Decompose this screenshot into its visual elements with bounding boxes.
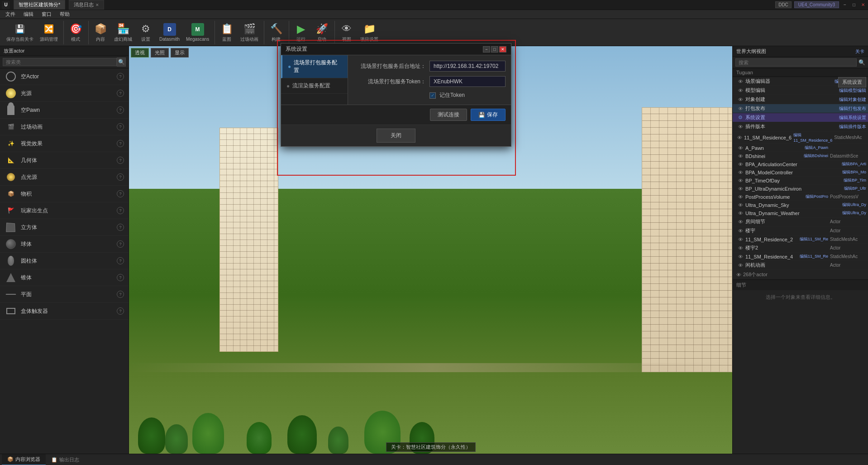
cone-help[interactable]: ? xyxy=(117,274,124,281)
toolbar-marketplace[interactable]: 🏪 虚幻商城 xyxy=(111,21,135,44)
eye-icon-sm6[interactable]: 👁 xyxy=(737,135,742,140)
scene-item-ultra-weather[interactable]: 👁 Ultra_Dynamic_Weather 编辑Ultra_Dy xyxy=(733,209,868,217)
scene-item-object-create[interactable]: 👁 对象创建 编辑对象创建 xyxy=(733,95,868,104)
eye-icon-bdshinei[interactable]: 👁 xyxy=(737,153,744,159)
display-button[interactable]: 显示 xyxy=(171,48,189,58)
sidebar-streaming-pack[interactable]: ● 流场景打包服务配置 xyxy=(281,55,348,78)
eye-icon-ultra-weather[interactable]: 👁 xyxy=(737,211,744,216)
actor-edit-apawn[interactable]: 编辑A_Pawn xyxy=(805,145,828,151)
outliner-search-input[interactable] xyxy=(735,58,857,67)
actor-edit-postprocess[interactable]: 编辑PostPro xyxy=(806,194,828,200)
vfx-help[interactable]: ? xyxy=(117,140,124,147)
eye-icon-sm4[interactable]: 👁 xyxy=(737,254,744,259)
eye-icon-plugin-version[interactable]: 👁 xyxy=(737,124,744,129)
minimize-button[interactable]: − xyxy=(842,2,848,8)
tab-console-close[interactable]: ✕ xyxy=(95,3,99,7)
cinematic-help[interactable]: ? xyxy=(117,123,124,130)
scene-item-idle-anim[interactable]: 👁 闲机动画 Actor xyxy=(733,261,868,270)
spawnpoint-help[interactable]: ? xyxy=(117,207,124,214)
empty-actor-help[interactable]: ? xyxy=(117,73,124,80)
eye-icon-object-create[interactable]: 👁 xyxy=(737,97,744,102)
placement-item-volume[interactable]: 📦 物积 ? xyxy=(0,186,129,202)
scene-item-plugin-version[interactable]: 👁 插件版本 编辑插件版本 xyxy=(733,122,868,131)
remember-token-checkbox[interactable] xyxy=(429,92,436,99)
eye-icon-bp-time[interactable]: 👁 xyxy=(737,178,744,183)
scene-item-bdshinei[interactable]: 👁 BDshinei 编辑BDshinei DatasmithSce xyxy=(733,152,868,160)
eye-icon-building[interactable]: 👁 xyxy=(737,228,744,234)
close-button[interactable]: 关闭 xyxy=(377,129,415,143)
tab-content-browser[interactable]: 📦 内容浏览器 xyxy=(2,454,46,465)
placement-item-cinematic[interactable]: 🎬 过场动画 ? xyxy=(0,119,129,135)
scene-item-bp-time[interactable]: 👁 BP_TimeOfDay 编辑BP_Tim xyxy=(733,177,868,185)
volume-help[interactable]: ? xyxy=(117,190,124,197)
scene-item-sm-residence6[interactable]: 👁 11_SM_Residence_6 编辑11_SM_Residence_6 … xyxy=(733,131,868,144)
menu-window[interactable]: 窗口 xyxy=(38,10,55,19)
test-connection-button[interactable]: 测试连接 xyxy=(430,109,467,121)
menu-file[interactable]: 文件 xyxy=(2,10,19,19)
eye-icon-idle-anim[interactable]: 👁 xyxy=(737,263,744,268)
lighting-button[interactable]: 光照 xyxy=(151,48,169,58)
toolbar-view[interactable]: 👁 视图 xyxy=(337,21,357,44)
toolbar-source-control[interactable]: 🔀 源码管理 xyxy=(37,21,61,44)
eye-icon-pack-publish[interactable]: 👁 xyxy=(737,106,744,111)
eye-icon-ultra-sky[interactable]: 👁 xyxy=(737,202,744,208)
eye-icon-room-detail[interactable]: 👁 xyxy=(737,219,744,225)
scene-item-room-detail[interactable]: 👁 房间细节 Actor xyxy=(733,217,868,226)
plane-help[interactable]: ? xyxy=(117,291,124,298)
server-address-input[interactable] xyxy=(429,61,506,72)
placement-item-light[interactable]: 光源 ? xyxy=(0,85,129,102)
actor-edit-bpa-artic[interactable]: 编辑BPA_Arti xyxy=(842,161,866,167)
tab-output-log[interactable]: 📋 输出日志 xyxy=(46,455,85,465)
actor-edit-ultra-weather[interactable]: 编辑Ultra_Dy xyxy=(842,210,866,216)
eye-icon-sm2[interactable]: 👁 xyxy=(737,237,744,242)
geometry-help[interactable]: ? xyxy=(117,157,124,164)
perspective-button[interactable]: 透视 xyxy=(131,48,149,58)
toolbar-project-settings[interactable]: 📁 项目设置 xyxy=(358,21,381,44)
sphere-help[interactable]: ? xyxy=(117,240,124,248)
eye-icon-scene-editor[interactable]: 👁 xyxy=(737,79,744,84)
eye-icon-building2[interactable]: 👁 xyxy=(737,245,744,251)
menu-edit[interactable]: 编辑 xyxy=(20,10,37,19)
tab-console[interactable]: 消息日志 ✕ xyxy=(69,0,104,10)
scene-edit-object-create[interactable]: 编辑对象创建 xyxy=(839,96,866,103)
maximize-button[interactable]: □ xyxy=(851,2,857,8)
scene-edit-model-edit[interactable]: 编辑模型编辑 xyxy=(839,87,866,94)
scene-item-bp-ultra[interactable]: 👁 BP_UltraDynamicEnviron 编辑BP_Ultr xyxy=(733,185,868,193)
scene-edit-sys-settings[interactable]: 编辑系统设置 xyxy=(839,115,866,121)
actor-edit-sm6[interactable]: 编辑11_SM_Residence_6 xyxy=(793,132,832,143)
toolbar-save-map[interactable]: 💾 保存当前关卡 xyxy=(4,21,36,44)
scene-edit-pack-publish[interactable]: 编辑打包发布 xyxy=(839,105,866,112)
eye-icon-postprocess[interactable]: 👁 xyxy=(737,194,744,200)
placement-item-trigger[interactable]: 盒体触发器 ? xyxy=(0,303,129,320)
toolbar-mode[interactable]: 🎯 模式 xyxy=(66,21,86,44)
scene-item-sm-residence2[interactable]: 👁 11_SM_Residence_2 编辑11_SM_Re StaticMes… xyxy=(733,235,868,244)
scene-item-sm-residence4[interactable]: 👁 11_SM_Residence_4 编辑11_SM_Re StaticMes… xyxy=(733,253,868,261)
toolbar-launch[interactable]: 🚀 启动 xyxy=(312,21,332,44)
actor-edit-bp-ultra[interactable]: 编辑BP_Ultr xyxy=(844,186,866,192)
actor-edit-ultra-sky[interactable]: 编辑Ultra_Dy xyxy=(842,202,866,208)
toolbar-datasmith[interactable]: D Datasmith xyxy=(157,21,182,43)
eye-icon-apawn[interactable]: 👁 xyxy=(737,145,744,151)
placement-item-pawn[interactable]: 空Pawn ? xyxy=(0,102,129,119)
placement-item-pointlight[interactable]: 点光源 ? xyxy=(0,169,129,186)
actor-edit-sm2[interactable]: 编辑11_SM_Re xyxy=(800,236,828,242)
close-button[interactable]: ✕ xyxy=(860,2,866,8)
scene-item-postprocess[interactable]: 👁 PostProcessVolume 编辑PostPro PostProces… xyxy=(733,193,868,201)
save-button[interactable]: 💾 保存 xyxy=(471,109,506,121)
eye-icon-bpa-model[interactable]: 👁 xyxy=(737,170,744,175)
scene-item-sys-settings[interactable]: ⚙ 系统设置 编辑系统设置 xyxy=(733,113,868,122)
eye-icon-bpa-artic[interactable]: 👁 xyxy=(737,162,744,167)
light-help[interactable]: ? xyxy=(117,90,124,97)
dialog-minimize-button[interactable]: − xyxy=(483,46,490,53)
toolbar-blueprint[interactable]: 📋 蓝图 xyxy=(217,21,237,44)
actor-edit-sm4[interactable]: 编辑11_SM_Re xyxy=(800,254,828,259)
dialog-maximize-button[interactable]: □ xyxy=(491,46,498,53)
scene-item-building[interactable]: 👁 楼宇 Actor xyxy=(733,226,868,235)
scene-item-pack-publish[interactable]: 👁 打包发布 编辑打包发布 xyxy=(733,104,868,113)
search-button[interactable]: 🔍 xyxy=(117,58,126,67)
toolbar-megascans[interactable]: M Megascans xyxy=(183,21,212,43)
actor-edit-bpa-model[interactable]: 编辑BPA_Mo xyxy=(842,169,866,175)
scene-item-bpa-model[interactable]: 👁 BPA_ModelController 编辑BPA_Mo xyxy=(733,168,868,177)
scene-edit-plugin-version[interactable]: 编辑插件版本 xyxy=(839,124,866,130)
trigger-help[interactable]: ? xyxy=(117,307,124,315)
